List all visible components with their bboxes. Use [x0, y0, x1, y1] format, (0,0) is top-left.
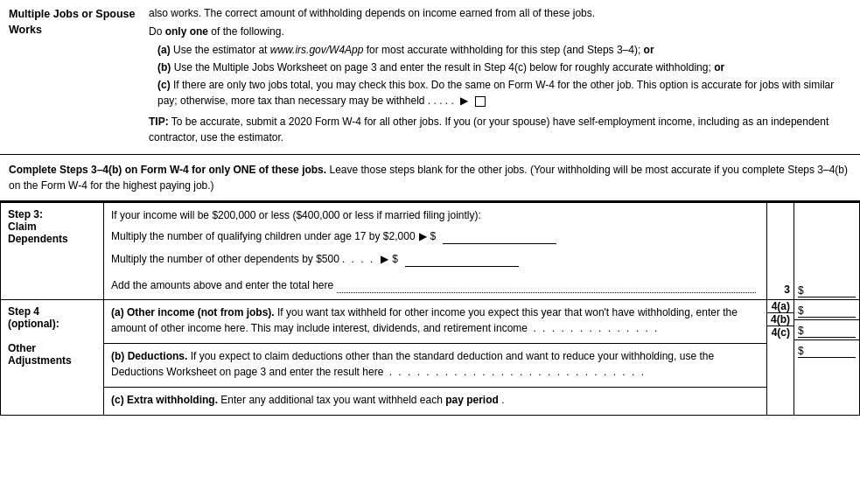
item-b-label: (b)	[157, 61, 171, 74]
step4-label-line4: Adjustments	[8, 354, 72, 367]
step3-label: Step 3: Claim Dependents	[1, 203, 104, 300]
complete-bold: Complete Steps 3–4(b) on Form W-4 for on…	[9, 164, 326, 176]
step3-label-line2: Claim	[8, 220, 37, 233]
step4-label: Step 4 (optional): Other Adjustments	[1, 300, 104, 416]
step3-sub2-arrow: ▶	[381, 251, 388, 267]
step4c-bold: Extra withholding.	[127, 394, 218, 406]
step4c-dots: .	[501, 394, 504, 406]
step4-label-line1: Step 4	[8, 305, 39, 318]
left-label-text: Multiple Jobs or Spouse Works	[9, 8, 135, 36]
step4b-label: (b)	[111, 350, 124, 362]
step4-amounts: $ $	[794, 300, 860, 416]
step3-sub2: Multiply the number of other dependents …	[111, 251, 759, 267]
do-one-prefix: Do	[149, 25, 165, 38]
item-b-or: or	[714, 61, 724, 74]
right-content: also works. The correct amount of withho…	[149, 5, 860, 145]
step3-dots	[337, 281, 756, 293]
step3-label-line3: Dependents	[8, 233, 68, 245]
step4c-text: Enter any additional tax you want withhe…	[220, 394, 445, 406]
item-c-text: If there are only two jobs total, you ma…	[157, 79, 834, 107]
step4a-input[interactable]: $	[798, 302, 856, 318]
step3-add-text: Add the amounts above and enter the tota…	[111, 277, 333, 293]
step3-label-line1: Step 3:	[8, 208, 43, 220]
step3-sub2-dots: . . . .	[342, 251, 374, 267]
item-b: (b) Use the Multiple Jobs Worksheet on p…	[149, 60, 851, 75]
item-a-url: www.irs.gov/W4App	[270, 44, 364, 56]
step3-sub1: Multiply the number of qualifying childr…	[111, 228, 759, 244]
step3-row: Step 3: Claim Dependents If your income …	[1, 203, 860, 300]
step4c-dollar: $	[798, 345, 804, 357]
step4-line-nums: 4(a) 4(b) 4(c)	[767, 300, 794, 416]
step3-sub1-input[interactable]	[443, 228, 556, 244]
top-section: Multiple Jobs or Spouse Works also works…	[0, 0, 860, 155]
item-c-label: (c)	[157, 79, 171, 91]
item-a-text: Use the estimator at	[171, 44, 270, 56]
step3-content: If your income will be $200,000 or less …	[104, 203, 767, 300]
step3-dollar: $	[798, 284, 804, 297]
step3-sub1-text: Multiply the number of qualifying childr…	[111, 228, 416, 244]
step4b-dollar: $	[798, 325, 804, 337]
item-a-rest: for most accurate withholding for this s…	[363, 44, 643, 56]
do-one-rest: of the following.	[208, 25, 284, 38]
step4c-label: (c)	[111, 394, 124, 406]
step3-amount: $	[794, 203, 860, 300]
item-c: (c) If there are only two jobs total, yo…	[149, 77, 851, 108]
step4a-linenum: 4(a)	[772, 300, 790, 312]
tip-text: To be accurate, submit a 2020 Form W-4 f…	[149, 116, 829, 144]
step3-sub1-arrow: ▶	[419, 228, 427, 244]
tip-section: TIP: To be accurate, submit a 2020 Form …	[149, 114, 851, 145]
step4b-dots: . . . . . . . . . . . . . . . . . . . . …	[389, 366, 646, 378]
left-label: Multiple Jobs or Spouse Works	[0, 5, 149, 145]
step4-row: Step 4 (optional): Other Adjustments (a)…	[1, 300, 860, 416]
item-a: (a) Use the estimator at www.irs.gov/W4A…	[149, 42, 851, 58]
complete-section: Complete Steps 3–4(b) on Form W-4 for on…	[0, 155, 860, 202]
step3-sub1-dollar: $	[430, 228, 437, 244]
step3-sub2-input[interactable]	[405, 251, 519, 267]
step4a-block: (a) Other income (not from jobs). If you…	[104, 300, 766, 344]
step3-line-num: 3	[767, 203, 794, 300]
step3-num: 3	[784, 284, 790, 296]
item-a-label: (a)	[157, 44, 171, 56]
step4b-input[interactable]: $	[798, 322, 856, 338]
item-a-or: or	[644, 44, 654, 56]
step4-label-line2: (optional):	[8, 318, 59, 330]
page: Multiple Jobs or Spouse Works also works…	[0, 0, 860, 416]
intro-text: also works. The correct amount of withho…	[149, 5, 851, 21]
steps-table: Step 3: Claim Dependents If your income …	[0, 202, 860, 416]
step4-label-line3: Other	[8, 342, 36, 354]
step4-content: (a) Other income (not from jobs). If you…	[104, 300, 767, 416]
step3-sub2-dollar: $	[392, 251, 398, 267]
checkbox-c[interactable]	[475, 96, 486, 107]
step3-intro: If your income will be $200,000 or less …	[111, 207, 759, 223]
step3-add-row: Add the amounts above and enter the tota…	[111, 276, 759, 295]
step4c-bold2: pay period	[445, 394, 499, 406]
step4a-bold: Other income (not from jobs).	[127, 306, 275, 318]
step4b-block: (b) Deductions. If you expect to claim d…	[104, 344, 766, 388]
step4a-dollar: $	[798, 304, 804, 317]
step3-amount-line[interactable]: $	[798, 282, 856, 298]
step4a-dots: . . . . . . . . . . . . . .	[533, 322, 659, 334]
do-one-text: Do only one of the following.	[149, 24, 851, 39]
do-one-bold: only one	[165, 25, 208, 38]
step4b-bold: Deductions.	[128, 350, 188, 362]
step3-sub2-text: Multiply the number of other dependents …	[111, 251, 339, 267]
step4c-input[interactable]: $	[798, 342, 856, 358]
tip-bold: TIP:	[149, 116, 169, 128]
step4c-block: (c) Extra withholding. Enter any additio…	[104, 388, 766, 415]
step4c-linenum: 4(c)	[772, 326, 790, 339]
arrow-right-icon: ▶	[460, 94, 468, 107]
item-b-text: Use the Multiple Jobs Worksheet on page …	[171, 61, 714, 74]
step4a-label: (a)	[111, 306, 124, 318]
step4b-linenum: 4(b)	[771, 313, 790, 326]
